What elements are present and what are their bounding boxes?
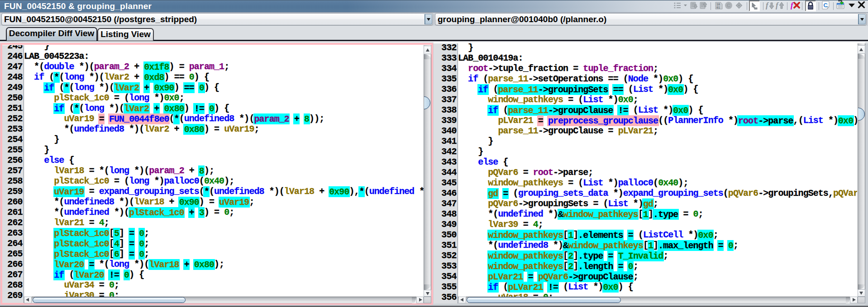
svg-text:01: 01 <box>716 6 720 9</box>
svg-text:C: C <box>823 2 828 9</box>
svg-text:C: C <box>727 3 730 8</box>
